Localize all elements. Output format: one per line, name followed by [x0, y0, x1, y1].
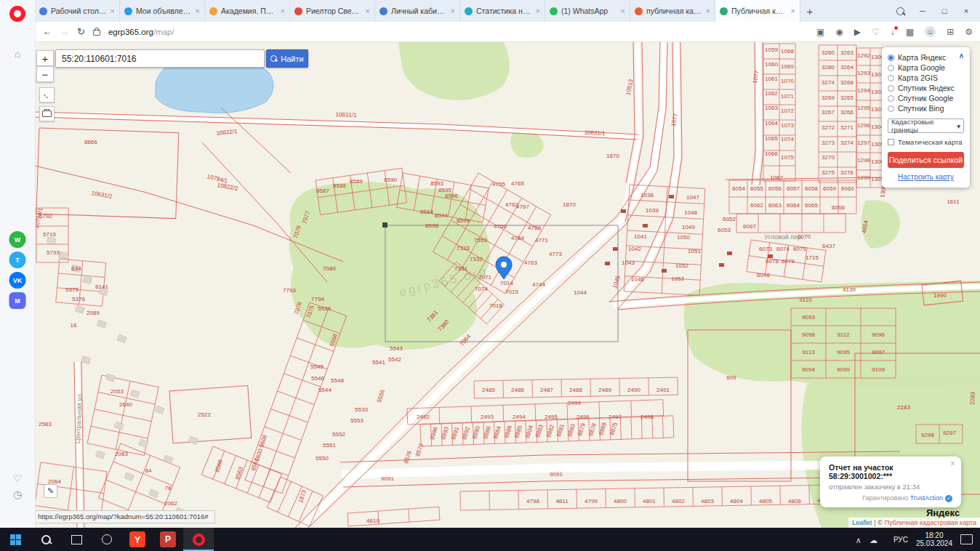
basemap-option-4[interactable]: Спутник Яндекс	[888, 83, 964, 93]
settings-icon[interactable]: ⚙	[965, 28, 973, 36]
sidebar-opera-logo-icon[interactable]	[9, 6, 25, 22]
thematic-checkbox-row[interactable]: Тематическая карта	[888, 138, 964, 146]
tab-close-icon[interactable]: ×	[111, 7, 115, 15]
browser-tab-6[interactable]: Статистика на Авито Pro×	[460, 0, 545, 22]
share-link-button[interactable]: Поделиться ссылкой	[888, 152, 964, 168]
send-icon[interactable]: ▶	[854, 28, 861, 36]
clock[interactable]: 18:2025.03.2024	[916, 531, 952, 548]
taskbar-search-button[interactable]	[31, 528, 61, 551]
basemap-option-6[interactable]: Спутник Bing	[888, 103, 964, 113]
tab-close-icon[interactable]: ×	[451, 7, 455, 15]
parcel-label: 5376	[72, 296, 85, 302]
share-icon[interactable]: ▣	[816, 28, 824, 36]
parcel-label: 8598	[425, 222, 438, 229]
measure-tool-button[interactable]: ✎	[44, 484, 57, 498]
parcel-label: 4765	[511, 180, 524, 187]
tab-close-icon[interactable]: ×	[281, 7, 285, 15]
basemap-option-1[interactable]: Карта Яндекс	[888, 52, 964, 63]
sidebar-whatsapp-icon[interactable]: W	[9, 231, 26, 248]
map-area[interactable]: 1059106010611062106310641065106610671068…	[35, 42, 980, 528]
sidebar-messenger-icon[interactable]: M	[9, 292, 26, 309]
minimize-button[interactable]: ─	[912, 7, 933, 15]
parcel-label: 1050	[677, 234, 690, 241]
tab-close-icon[interactable]: ×	[196, 7, 200, 15]
taskbar-opera-button[interactable]	[183, 528, 214, 551]
parcel-label: 8588	[333, 182, 346, 189]
favorites-icon[interactable]: ♡	[872, 28, 880, 36]
browser-tab-2[interactable]: Мои объявления×	[120, 0, 205, 22]
browser-tab-7[interactable]: (1) WhatsApp×	[545, 0, 630, 22]
taskbar-assistant-button[interactable]	[92, 528, 122, 551]
taskbar-yandex-browser-button[interactable]: Y	[122, 528, 153, 551]
basemap-option-3[interactable]: Карта 2GIS	[888, 73, 964, 83]
parcel-label: 9110	[799, 297, 811, 303]
forward-button[interactable]: →	[60, 26, 69, 37]
address-bar[interactable]: egrp365.org/map/	[108, 28, 174, 36]
url-host: egrp365.org	[108, 28, 153, 36]
trustaction-link[interactable]: TrustAction	[910, 494, 943, 502]
find-button[interactable]: Найти	[266, 49, 308, 68]
search-icon	[270, 55, 277, 62]
browser-tab-9[interactable]: Публичная кадастровая×	[715, 0, 800, 22]
maximize-button[interactable]: □	[933, 7, 955, 15]
parcel-label: 16	[71, 322, 77, 329]
basemap-option-label: Спутник Bing	[898, 104, 944, 113]
download-icon[interactable]: ↓	[891, 28, 895, 36]
sidebar-home-icon[interactable]: ⌂	[15, 48, 20, 60]
zoom-in-button[interactable]: +	[36, 50, 54, 66]
parcel-label: 2498	[640, 414, 654, 420]
close-button[interactable]: ×	[955, 7, 977, 15]
basemap-option-5[interactable]: Спутник Google	[888, 93, 964, 103]
taskbar-start-button[interactable]	[0, 528, 31, 551]
fullscreen-button[interactable]: ↔	[39, 87, 55, 102]
configure-map-link[interactable]: Настроить карту	[888, 173, 964, 181]
sidebar-favorites-icon[interactable]: ♡	[13, 472, 23, 484]
site-security-icon[interactable]	[93, 30, 100, 36]
back-button[interactable]: ←	[42, 26, 52, 37]
extensions-icon[interactable]: ⊞	[947, 28, 954, 36]
language-indicator[interactable]: РУС	[893, 536, 908, 544]
close-icon[interactable]: ×	[950, 459, 955, 469]
sidebar-history-icon[interactable]: ◷	[13, 488, 22, 500]
cadastral-search-input[interactable]	[55, 49, 265, 68]
parcel-label: 4800	[614, 498, 627, 504]
sidebar-vk-icon[interactable]: VK	[9, 272, 26, 289]
parcel-label: 8593	[430, 180, 443, 187]
parcel-label: 8590	[384, 177, 397, 183]
pkk-link[interactable]: Публичная кадастровая карта	[885, 519, 976, 526]
basemap-option-label: Карта Google	[898, 63, 945, 72]
reload-button[interactable]: ↻	[77, 26, 85, 37]
layer-select[interactable]: Кадастровые границы▾	[888, 118, 964, 133]
tab-close-icon[interactable]: ×	[536, 7, 540, 15]
parcel-label: 3267	[822, 109, 835, 116]
basemap-option-2[interactable]: Карта Google	[888, 63, 964, 73]
tab-close-icon[interactable]: ×	[366, 7, 370, 15]
tab-close-icon[interactable]: ×	[791, 7, 795, 15]
browser-tab-3[interactable]: Академия. Платформа з×	[205, 0, 290, 22]
zoom-out-button[interactable]: −	[36, 66, 54, 82]
parcel-label: 7333	[457, 245, 470, 252]
notification-center-icon[interactable]	[960, 534, 973, 544]
tab-favicon	[465, 7, 473, 15]
apps-icon[interactable]: ▦	[906, 28, 914, 36]
parcel-label: 6079	[782, 258, 795, 265]
browser-tab-5[interactable]: Личный кабинет - Для п×	[375, 0, 460, 22]
leaflet-link[interactable]: Leaflet	[852, 519, 872, 526]
print-button[interactable]	[39, 106, 55, 121]
tab-search-icon[interactable]	[896, 7, 904, 15]
tab-close-icon[interactable]: ×	[706, 7, 710, 15]
collapse-panel-button[interactable]: ∧	[959, 52, 964, 60]
browser-tab-1[interactable]: Рабочий стол - RealtyRul×	[35, 0, 120, 22]
parcel-label: 6055	[750, 185, 763, 192]
taskbar-r7-office-button[interactable]: P	[153, 528, 183, 551]
new-tab-button[interactable]: +	[800, 0, 819, 22]
sidebar-telegram-icon[interactable]: T	[9, 252, 26, 268]
parcel-label: 6064	[787, 202, 800, 209]
checkbox[interactable]	[888, 139, 894, 145]
profile-icon[interactable]: ☺	[925, 26, 936, 37]
browser-tab-8[interactable]: публичная кадастровая×	[630, 0, 715, 22]
browser-tab-4[interactable]: Риелтор Светлана Шуль×	[290, 0, 375, 22]
camera-icon[interactable]: ◉	[835, 28, 843, 36]
taskbar-task-view-button[interactable]	[61, 528, 92, 551]
tab-close-icon[interactable]: ×	[621, 7, 625, 15]
